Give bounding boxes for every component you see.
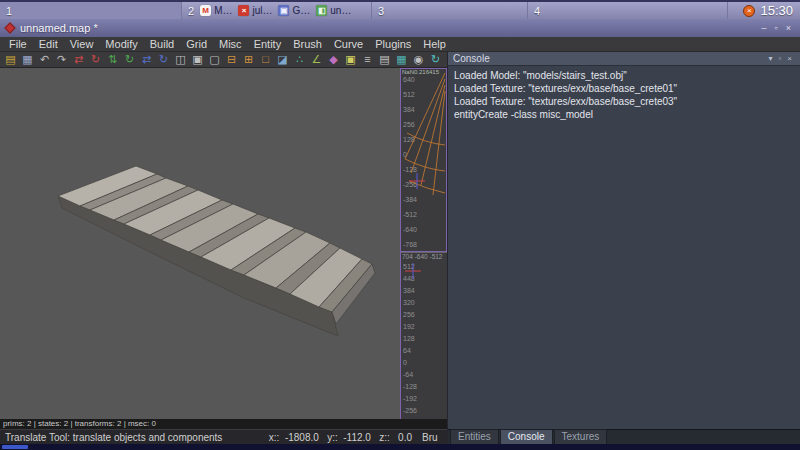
vertex-mode-icon[interactable]: ∴ bbox=[291, 52, 308, 67]
task-mail[interactable]: M M… bbox=[200, 5, 232, 16]
csg-subtract-icon[interactable]: ⊟ bbox=[223, 52, 240, 67]
minimize-button[interactable]: – bbox=[762, 24, 767, 33]
menu-item[interactable]: Help bbox=[417, 37, 452, 52]
open-map-icon[interactable]: ▤ bbox=[2, 52, 19, 67]
menu-item[interactable]: Misc bbox=[213, 37, 248, 52]
toolbar: ▤▦↶↷⇄↻⇅↻⇄↻◫▣▢⊟⊞□◪∴∠◆▣≡▤▦◉↻ bbox=[0, 52, 447, 68]
ortho-top-overlay: NaN0.216415 bbox=[402, 69, 439, 75]
titlebar[interactable]: unnamed.map * –▫× bbox=[0, 19, 800, 37]
undo-icon[interactable]: ↶ bbox=[36, 52, 53, 67]
flip-x-icon[interactable]: ⇄ bbox=[70, 52, 87, 67]
menubar: FileEditViewModifyBuildGridMiscEntityBru… bbox=[0, 37, 800, 52]
maximize-button[interactable]: ▫ bbox=[775, 24, 778, 33]
menu-item[interactable]: Modify bbox=[99, 37, 143, 52]
console-output[interactable]: Loaded Model: "models/stairs_test.obj"Lo… bbox=[448, 66, 800, 429]
entity-list-icon[interactable]: ≡ bbox=[359, 52, 376, 67]
tray-notification-icon[interactable]: × bbox=[743, 5, 755, 17]
workspace-1-label: 1 bbox=[6, 5, 12, 17]
task-label: G… bbox=[292, 5, 310, 16]
app-icon[interactable] bbox=[4, 22, 15, 33]
console-toggle-icon[interactable]: ▤ bbox=[376, 52, 393, 67]
dock-tab[interactable]: Textures bbox=[554, 429, 608, 444]
select-touching-icon[interactable]: ◫ bbox=[172, 52, 189, 67]
task-label: M… bbox=[214, 5, 232, 16]
console-line: Loaded Model: "models/stairs_test.obj" bbox=[454, 69, 794, 82]
brush-count-status: Bru bbox=[422, 432, 442, 443]
menu-item[interactable]: Plugins bbox=[369, 37, 417, 52]
edge-mode-icon[interactable]: ∠ bbox=[308, 52, 325, 67]
rotate-x-icon[interactable]: ↻ bbox=[87, 52, 104, 67]
camera-view-icon[interactable]: ◉ bbox=[410, 52, 427, 67]
workspace-2[interactable]: 2 M M… × jul… ▣ G… ◧ bbox=[182, 2, 372, 19]
bottom-panel-task-button[interactable] bbox=[2, 445, 28, 449]
workspace-3-label: 3 bbox=[378, 5, 384, 17]
clipper-icon[interactable]: ◪ bbox=[274, 52, 291, 67]
flip-y-icon[interactable]: ⇅ bbox=[104, 52, 121, 67]
gmail-icon: M bbox=[200, 5, 211, 16]
task-list: M M… × jul… ▣ G… ◧ un… bbox=[194, 5, 351, 16]
package-icon: ▣ bbox=[278, 5, 289, 16]
dock-tab[interactable]: Console bbox=[500, 429, 553, 444]
menu-item[interactable]: Grid bbox=[180, 37, 213, 52]
save-map-icon[interactable]: ▦ bbox=[19, 52, 36, 67]
console-line: entityCreate -class misc_model bbox=[454, 108, 794, 121]
cursor-coordinates: x:: -1808.0 y:: -112.0 z:: 0.0 bbox=[269, 432, 412, 443]
task-editor[interactable]: ◧ un… bbox=[316, 5, 351, 16]
active-tool-status: Translate Tool: translate objects and co… bbox=[5, 432, 259, 443]
console-title: Console bbox=[453, 54, 490, 64]
menu-item[interactable]: Entity bbox=[248, 37, 288, 52]
task-julia[interactable]: × jul… bbox=[238, 5, 272, 16]
menu-item[interactable]: Brush bbox=[287, 37, 328, 52]
face-mode-icon[interactable]: ◆ bbox=[325, 52, 342, 67]
task-label: un… bbox=[330, 5, 351, 16]
texture-lock-icon[interactable]: ▣ bbox=[342, 52, 359, 67]
rotate-z-icon[interactable]: ↻ bbox=[155, 52, 172, 67]
close-button[interactable]: × bbox=[786, 24, 791, 33]
menu-item[interactable]: Build bbox=[144, 37, 180, 52]
close-button[interactable]: × bbox=[787, 55, 792, 63]
camera-viewport[interactable] bbox=[0, 68, 400, 419]
task-package[interactable]: ▣ G… bbox=[278, 5, 310, 16]
menu-item[interactable]: View bbox=[64, 37, 100, 52]
console-line: Loaded Texture: "textures/exx/base/base_… bbox=[454, 82, 794, 95]
desktop-taskbar: 1 2 M M… × jul… ▣ G… bbox=[0, 0, 800, 19]
redo-icon[interactable]: ↷ bbox=[53, 52, 70, 67]
texture-browser-icon[interactable]: ▦ bbox=[393, 52, 410, 67]
menu-item[interactable]: Edit bbox=[33, 37, 64, 52]
side-view-axes bbox=[401, 253, 446, 418]
flip-z-icon[interactable]: ⇄ bbox=[138, 52, 155, 67]
menu-item[interactable]: Curve bbox=[328, 37, 369, 52]
maximize-button[interactable]: ▫ bbox=[778, 55, 781, 63]
menu-item[interactable]: File bbox=[3, 37, 33, 52]
stairs-model bbox=[0, 68, 400, 419]
ortho-side-view[interactable]: 704 -640 -512 512448384320256192128640-6… bbox=[400, 252, 447, 419]
workspace-4-label: 4 bbox=[534, 5, 540, 17]
csg-merge-icon[interactable]: ⊞ bbox=[240, 52, 257, 67]
window-title: unnamed.map * bbox=[20, 22, 98, 34]
blocked-icon: × bbox=[238, 5, 249, 16]
cube-icon: ◧ bbox=[316, 5, 327, 16]
statusbar: Translate Tool: translate objects and co… bbox=[0, 429, 447, 444]
system-tray: × 15:30 bbox=[736, 2, 800, 19]
rotate-y-icon[interactable]: ↻ bbox=[121, 52, 138, 67]
render-stats-bar: prims: 2 | states: 2 | transforms: 2 | m… bbox=[0, 419, 447, 429]
console-line: Loaded Texture: "textures/exx/base/base_… bbox=[454, 95, 794, 108]
ortho-top-view[interactable]: 6405123842561280-128-256-384-512-640-768… bbox=[400, 68, 447, 252]
dock-tab[interactable]: Entities bbox=[450, 429, 499, 444]
make-hollow-icon[interactable]: □ bbox=[257, 52, 274, 67]
workspace-1[interactable]: 1 bbox=[0, 2, 182, 19]
clock[interactable]: 15:30 bbox=[760, 3, 793, 18]
select-inside-icon[interactable]: ▢ bbox=[206, 52, 223, 67]
float-button[interactable]: ▾ bbox=[768, 55, 772, 63]
refresh-models-icon[interactable]: ↻ bbox=[427, 52, 444, 67]
task-label: jul… bbox=[252, 5, 272, 16]
select-complete-icon[interactable]: ▣ bbox=[189, 52, 206, 67]
console-header[interactable]: Console ▾▫× bbox=[448, 52, 800, 66]
workspace-4[interactable]: 4 bbox=[528, 2, 728, 19]
dock-tabs: EntitiesConsoleTextures bbox=[448, 429, 800, 444]
console-window-controls: ▾▫× bbox=[768, 55, 795, 63]
bottom-screen-panel bbox=[0, 444, 800, 450]
workspace-3[interactable]: 3 bbox=[372, 2, 528, 19]
window-controls: –▫× bbox=[762, 24, 794, 33]
top-view-wireframe bbox=[401, 69, 446, 251]
